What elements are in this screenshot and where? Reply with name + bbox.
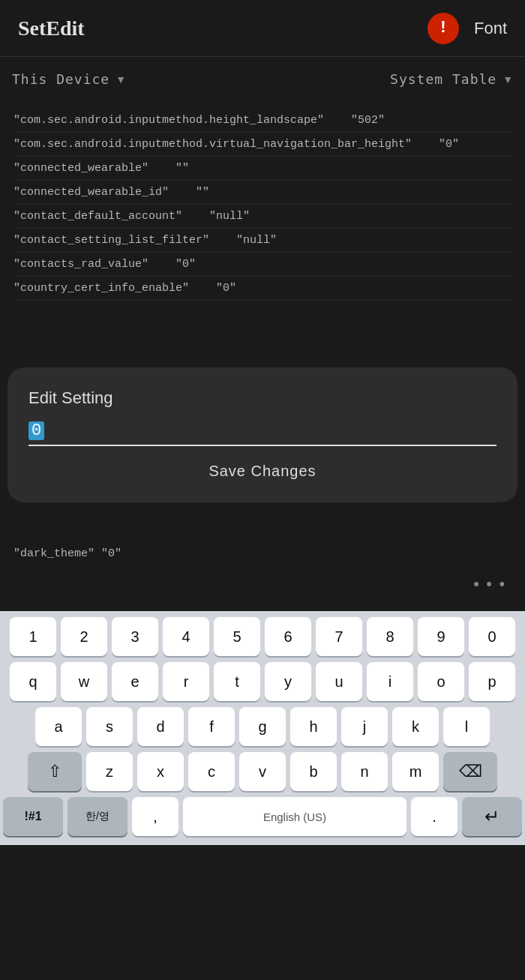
- key-y[interactable]: y: [265, 662, 311, 701]
- key-q[interactable]: q: [10, 662, 56, 701]
- font-button[interactable]: Font: [474, 19, 507, 38]
- key-v[interactable]: v: [239, 752, 286, 791]
- app-header: SetEdit ! Font: [0, 0, 525, 56]
- device-dropdown[interactable]: This Device ▼: [12, 71, 126, 87]
- key-3[interactable]: 3: [112, 617, 158, 656]
- table-row[interactable]: "com.sec.android.inputmethod.virtual_nav…: [14, 133, 512, 157]
- edit-setting-modal: Edit Setting 0 Save Changes: [0, 367, 525, 502]
- shift-key[interactable]: ⇧: [28, 752, 82, 791]
- modal-input-highlighted-value[interactable]: 0: [28, 421, 44, 440]
- table-row[interactable]: "contact_setting_list_filter" "null": [14, 229, 512, 253]
- system-table-dropdown[interactable]: System Table ▼: [390, 71, 513, 87]
- key-h[interactable]: h: [290, 707, 337, 746]
- key-r[interactable]: r: [163, 662, 209, 701]
- below-modal-row: "dark_theme" "0": [14, 547, 122, 560]
- key-9[interactable]: 9: [418, 617, 464, 656]
- key-b[interactable]: b: [290, 752, 337, 791]
- keyboard-qwerty-row1: q w e r t y u i o p: [3, 662, 522, 701]
- table-row[interactable]: "connected_wearable_id" "": [14, 181, 512, 205]
- key-c[interactable]: c: [188, 752, 235, 791]
- key-x[interactable]: x: [137, 752, 184, 791]
- table-row[interactable]: "contacts_rad_value" "0": [14, 253, 512, 277]
- key-w[interactable]: w: [61, 662, 107, 701]
- comma-key[interactable]: ,: [132, 797, 178, 836]
- key-a[interactable]: a: [35, 707, 82, 746]
- keyboard-qwerty-row2: a s d f g h j k l: [3, 707, 522, 746]
- header-actions: ! Font: [428, 13, 507, 44]
- data-list: "com.sec.android.inputmethod.height_land…: [0, 101, 525, 301]
- modal-input-wrap: 0: [28, 421, 496, 446]
- space-key[interactable]: English (US): [183, 797, 406, 836]
- table-row[interactable]: "contact_default_account" "null": [14, 205, 512, 229]
- key-d[interactable]: d: [137, 707, 184, 746]
- enter-key[interactable]: ↵: [462, 797, 522, 836]
- key-8[interactable]: 8: [367, 617, 413, 656]
- key-f[interactable]: f: [188, 707, 235, 746]
- key-s[interactable]: s: [86, 707, 133, 746]
- key-6[interactable]: 6: [265, 617, 311, 656]
- modal-box: Edit Setting 0 Save Changes: [8, 367, 518, 502]
- period-key[interactable]: .: [411, 797, 458, 836]
- table-row[interactable]: "country_cert_info_enable" "0": [14, 277, 512, 301]
- table-row[interactable]: "com.sec.android.inputmethod.height_land…: [14, 109, 512, 133]
- key-g[interactable]: g: [239, 707, 286, 746]
- keyboard: 1 2 3 4 5 6 7 8 9 0 q w e r t y u i o p …: [0, 611, 525, 845]
- key-j[interactable]: j: [341, 707, 388, 746]
- device-label: This Device: [12, 71, 110, 87]
- key-i[interactable]: i: [367, 662, 413, 701]
- key-7[interactable]: 7: [316, 617, 362, 656]
- modal-title: Edit Setting: [28, 388, 496, 408]
- key-o[interactable]: o: [418, 662, 464, 701]
- key-e[interactable]: e: [112, 662, 158, 701]
- key-4[interactable]: 4: [163, 617, 209, 656]
- backspace-key[interactable]: ⌫: [443, 752, 497, 791]
- key-1[interactable]: 1: [10, 617, 56, 656]
- save-changes-button[interactable]: Save Changes: [28, 463, 496, 480]
- key-l[interactable]: l: [443, 707, 490, 746]
- key-5[interactable]: 5: [214, 617, 260, 656]
- key-z[interactable]: z: [86, 752, 133, 791]
- alert-icon[interactable]: !: [428, 13, 459, 44]
- symbols-key[interactable]: !#1: [3, 797, 63, 836]
- keyboard-bottom-row: !#1 한/영 , English (US) . ↵: [3, 797, 522, 836]
- system-table-label: System Table: [390, 71, 496, 87]
- table-row[interactable]: "connected_wearable" "": [14, 157, 512, 181]
- key-t[interactable]: t: [214, 662, 260, 701]
- key-m[interactable]: m: [392, 752, 439, 791]
- key-n[interactable]: n: [341, 752, 388, 791]
- key-2[interactable]: 2: [61, 617, 107, 656]
- app-title: SetEdit: [18, 16, 85, 40]
- key-u[interactable]: u: [316, 662, 362, 701]
- key-0[interactable]: 0: [469, 617, 515, 656]
- device-dropdown-arrow: ▼: [116, 73, 126, 85]
- system-table-dropdown-arrow: ▼: [502, 73, 513, 85]
- keyboard-number-row: 1 2 3 4 5 6 7 8 9 0: [3, 617, 522, 656]
- overflow-menu-button[interactable]: •••: [471, 576, 510, 595]
- language-key[interactable]: 한/영: [68, 797, 128, 836]
- key-k[interactable]: k: [392, 707, 439, 746]
- key-p[interactable]: p: [469, 662, 515, 701]
- keyboard-qwerty-row3: ⇧ z x c v b n m ⌫: [3, 752, 522, 791]
- toolbar: This Device ▼ System Table ▼: [0, 56, 525, 101]
